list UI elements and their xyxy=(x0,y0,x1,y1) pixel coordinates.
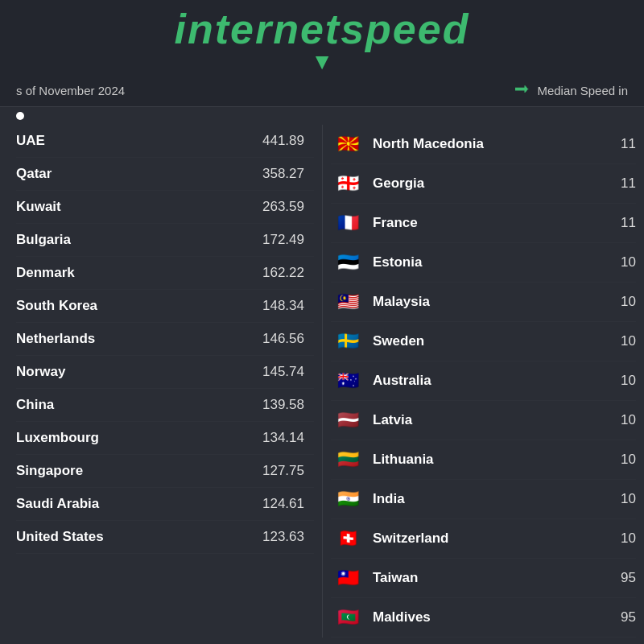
country-speed: 134.14 xyxy=(248,430,304,446)
country-name: Qatar xyxy=(16,166,248,182)
country-flag: 🇸🇪 xyxy=(331,330,365,353)
country-name: China xyxy=(16,397,248,413)
country-name: India xyxy=(373,491,604,507)
country-speed: 124.61 xyxy=(248,496,304,512)
country-name: Australia xyxy=(373,373,604,389)
country-name: Luxembourg xyxy=(16,430,248,446)
country-speed: 10 xyxy=(604,491,636,507)
table-row: 🇪🇪Estonia10 xyxy=(331,243,636,283)
country-flag: 🇫🇷 xyxy=(331,212,365,234)
country-flag: 🇲🇾 xyxy=(331,291,365,313)
country-name: France xyxy=(373,215,604,231)
table-row: 🇲🇰North Macedonia11 xyxy=(331,125,636,164)
table-row: Kuwait263.59 xyxy=(16,191,314,224)
subtitle-right: ⮕ Median Speed in xyxy=(514,81,628,100)
table-row: 🇱🇻Latvia10 xyxy=(331,401,636,440)
country-name: Netherlands xyxy=(16,331,248,347)
table-row: 🇲🇻Maldives95 xyxy=(331,598,636,638)
table-row: 🇲🇾Malaysia10 xyxy=(331,283,636,322)
country-name: Lithuania xyxy=(373,452,604,468)
subtitle-left: s of November 2024 xyxy=(16,84,125,97)
left-column: UAE441.89Qatar358.27Kuwait263.59Bulgaria… xyxy=(0,125,322,638)
country-name: Taiwan xyxy=(373,570,604,586)
table-row: 🇮🇳India10 xyxy=(331,480,636,519)
table-row: 🇸🇪Sweden10 xyxy=(331,322,636,361)
country-speed: 11 xyxy=(604,175,636,192)
country-flag: 🇮🇳 xyxy=(331,488,365,510)
country-speed: 139.58 xyxy=(248,397,304,413)
country-name: Kuwait xyxy=(16,199,248,215)
table-row: Netherlands146.56 xyxy=(16,323,314,356)
country-speed: 95 xyxy=(604,570,636,586)
table-row: South Korea148.34 xyxy=(16,290,314,323)
country-flag: 🇹🇼 xyxy=(331,567,365,589)
country-speed: 145.74 xyxy=(248,364,304,380)
subtitle-right-text: Median Speed in xyxy=(537,84,628,97)
country-flag: 🇲🇻 xyxy=(331,606,365,629)
country-speed: 10 xyxy=(604,254,636,270)
country-name: UAE xyxy=(16,133,248,149)
country-flag: 🇱🇹 xyxy=(331,448,365,471)
country-speed: 148.34 xyxy=(248,298,304,314)
country-speed: 146.56 xyxy=(248,331,304,347)
table-row: Denmark162.22 xyxy=(16,257,314,290)
country-speed: 263.59 xyxy=(248,199,304,215)
country-speed: 123.63 xyxy=(248,529,304,545)
table-container: UAE441.89Qatar358.27Kuwait263.59Bulgaria… xyxy=(0,125,644,638)
country-flag: 🇬🇪 xyxy=(331,172,365,195)
country-name: Sweden xyxy=(373,333,604,349)
country-flag: 🇪🇪 xyxy=(331,251,365,274)
country-name: Singapore xyxy=(16,463,248,479)
subtitle-bar: s of November 2024 ⮕ Median Speed in xyxy=(0,75,644,107)
table-row: Bulgaria172.49 xyxy=(16,224,314,257)
country-name: South Korea xyxy=(16,298,248,314)
arrow-down-icon: ▼ xyxy=(16,49,628,75)
header: internetspeed ▼ xyxy=(0,0,644,75)
country-name: North Macedonia xyxy=(373,136,604,152)
country-name: Norway xyxy=(16,364,248,380)
country-name: Maldives xyxy=(373,609,604,625)
country-name: Estonia xyxy=(373,254,604,270)
column-header xyxy=(0,107,644,125)
country-flag: 🇦🇺 xyxy=(331,369,365,392)
table-row: Norway145.74 xyxy=(16,356,314,389)
dot-indicator xyxy=(16,112,24,120)
country-speed: 162.22 xyxy=(248,265,304,281)
country-speed: 358.27 xyxy=(248,166,304,182)
arrow-right-icon: ⮕ xyxy=(514,81,530,100)
right-column: 🇲🇰North Macedonia11🇬🇪Georgia11🇫🇷France11… xyxy=(322,125,644,638)
country-speed: 10 xyxy=(604,373,636,389)
country-flag: 🇱🇻 xyxy=(331,409,365,431)
page-title: internetspeed xyxy=(16,6,628,52)
country-name: Saudi Arabia xyxy=(16,496,248,512)
country-name: Latvia xyxy=(373,412,604,428)
country-speed: 11 xyxy=(604,215,636,231)
table-row: Luxembourg134.14 xyxy=(16,422,314,455)
country-name: Denmark xyxy=(16,265,248,281)
country-speed: 441.89 xyxy=(248,133,304,149)
country-flag: 🇨🇭 xyxy=(331,527,365,550)
table-row: China139.58 xyxy=(16,389,314,422)
table-row: UAE441.89 xyxy=(16,125,314,158)
country-speed: 127.75 xyxy=(248,463,304,479)
country-name: Georgia xyxy=(373,175,604,192)
table-row: 🇨🇭Switzerland10 xyxy=(331,519,636,559)
country-speed: 10 xyxy=(604,333,636,349)
country-name: Switzerland xyxy=(373,530,604,547)
country-name: United States xyxy=(16,529,248,545)
country-name: Malaysia xyxy=(373,294,604,310)
country-speed: 10 xyxy=(604,530,636,547)
table-row: Singapore127.75 xyxy=(16,455,314,488)
country-speed: 10 xyxy=(604,412,636,428)
table-row: 🇫🇷France11 xyxy=(331,204,636,243)
country-speed: 11 xyxy=(604,136,636,152)
table-row: Qatar358.27 xyxy=(16,158,314,191)
table-row: United States123.63 xyxy=(16,521,314,554)
country-flag: 🇲🇰 xyxy=(331,133,365,155)
country-speed: 172.49 xyxy=(248,232,304,248)
country-name: Bulgaria xyxy=(16,232,248,248)
table-row: Saudi Arabia124.61 xyxy=(16,488,314,521)
country-speed: 10 xyxy=(604,294,636,310)
table-row: 🇬🇪Georgia11 xyxy=(331,164,636,204)
table-row: 🇦🇺Australia10 xyxy=(331,361,636,401)
